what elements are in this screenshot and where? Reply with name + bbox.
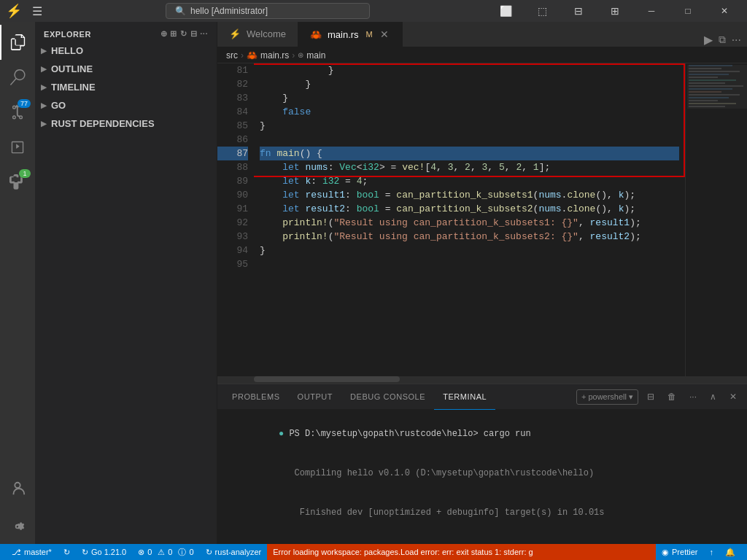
info-count: 0 xyxy=(189,548,193,556)
new-terminal-btn[interactable]: + powershell ▾ xyxy=(576,389,638,405)
panel-tab-problems[interactable]: PROBLEMS xyxy=(223,384,289,410)
breadcrumb-mainrs[interactable]: main.rs xyxy=(260,50,289,61)
layout-btn-2[interactable]: ⬚ xyxy=(525,0,559,22)
tab-mainrs[interactable]: 🦀 main.rs M ✕ xyxy=(298,22,403,47)
activity-explorer[interactable] xyxy=(0,25,35,60)
sidebar-section-hello[interactable]: ▶ HELLO xyxy=(35,42,217,60)
errors-item[interactable]: ⊗ 0 ⚠ 0 ⓘ 0 xyxy=(132,544,199,560)
breadcrumb-src[interactable]: src xyxy=(226,50,238,61)
sidebar-section-rust-deps[interactable]: ▶ RUST DEPENDENCIES xyxy=(35,114,217,133)
code-line-93[interactable]: println!("Result using can_partition_k_s… xyxy=(260,230,679,244)
minimize-button[interactable]: ─ xyxy=(635,0,668,22)
collapse-icon[interactable]: ⊟ xyxy=(190,29,198,39)
activity-search[interactable] xyxy=(0,60,35,95)
panel-actions: + powershell ▾ ⊟ 🗑 ··· ∧ ✕ xyxy=(576,389,741,405)
code-line-86[interactable] xyxy=(260,133,679,147)
upload-icon-item[interactable]: ↑ xyxy=(704,544,720,560)
layout-btn-4[interactable]: ⊞ xyxy=(598,0,632,22)
code-line-92[interactable]: println!("Result using can_partition_k_s… xyxy=(260,216,679,230)
arrow-icon-go: ▶ xyxy=(41,101,47,109)
panel-close-btn[interactable]: ✕ xyxy=(725,389,741,404)
h-scrollbar-thumb[interactable] xyxy=(254,376,400,382)
ln-90: 90 xyxy=(217,188,248,202)
more-icon[interactable]: ··· xyxy=(200,29,208,39)
layout-btn-1[interactable]: ⬜ xyxy=(489,0,522,22)
sidebar-section-outline[interactable]: ▶ OUTLINE xyxy=(35,60,217,78)
run-icon[interactable]: ▶ xyxy=(704,33,713,47)
sidebar-item-hello[interactable]: ▶ HELLO xyxy=(35,43,217,58)
title-search[interactable]: 🔍 hello [Administrator] xyxy=(166,3,370,19)
sidebar-item-outline[interactable]: ▶ OUTLINE xyxy=(35,61,217,77)
close-button[interactable]: ✕ xyxy=(708,0,741,22)
activity-extensions[interactable]: 1 xyxy=(0,165,35,200)
layout-btn-3[interactable]: ⊟ xyxy=(562,0,595,22)
dropdown-icon[interactable]: ▾ xyxy=(629,392,633,402)
error-message-item[interactable]: Error loading workspace: packages.Load e… xyxy=(267,544,656,560)
activity-accounts[interactable] xyxy=(0,471,35,506)
split-terminal-btn[interactable]: ⊟ xyxy=(643,389,659,404)
code-editor[interactable]: Run | Debug } } } false } fn main() { le… xyxy=(254,63,685,376)
more-panel-btn[interactable]: ··· xyxy=(685,389,701,404)
sidebar-item-go[interactable]: ▶ GO xyxy=(35,98,217,113)
kill-terminal-btn[interactable]: 🗑 xyxy=(663,389,681,404)
code-line-90[interactable]: let result1: bool = can_partition_k_subs… xyxy=(260,188,679,202)
h-scrollbar[interactable] xyxy=(217,376,747,384)
ln-88: 88 xyxy=(217,160,248,174)
activity-settings[interactable] xyxy=(0,509,35,544)
split-editor-icon[interactable]: ⧉ xyxy=(719,34,726,46)
sidebar-actions[interactable]: ⊕ ⊞ ↻ ⊟ ··· xyxy=(160,29,208,39)
code-line-81[interactable]: } xyxy=(260,63,679,77)
sync-item[interactable]: ↻ xyxy=(58,544,76,560)
plus-icon: + xyxy=(581,392,586,401)
sidebar-item-timeline[interactable]: ▶ TIMELINE xyxy=(35,79,217,95)
sidebar-item-rust-deps[interactable]: ▶ RUST DEPENDENCIES xyxy=(35,116,217,131)
panel: PROBLEMS OUTPUT DEBUG CONSOLE TERMINAL +… xyxy=(217,384,747,544)
rust-analyzer-item[interactable]: ↻ rust-analyzer xyxy=(200,544,268,560)
git-branch-item[interactable]: ⎇ master* xyxy=(6,544,58,560)
code-line-85[interactable]: } xyxy=(260,119,679,133)
close-tab-button[interactable]: ✕ xyxy=(379,28,390,40)
search-icon: 🔍 xyxy=(175,6,186,16)
breadcrumb-main-icon: ⊛ xyxy=(298,51,303,59)
activity-run[interactable] xyxy=(0,130,35,165)
go-version-item[interactable]: ↻ Go 1.21.0 xyxy=(76,544,132,560)
errors-count: 0 xyxy=(147,548,152,556)
code-line-95[interactable] xyxy=(260,257,679,271)
editor-inner: 81 82 83 84 85 86 87 88 89 90 91 92 93 9… xyxy=(217,63,747,376)
prettier-item[interactable]: ◉ Prettier xyxy=(656,544,703,560)
code-line-82[interactable]: } xyxy=(260,77,679,91)
sidebar-section-go[interactable]: ▶ GO xyxy=(35,96,217,114)
activity-source-control[interactable]: 77 xyxy=(0,95,35,130)
more-editor-icon[interactable]: ··· xyxy=(732,34,741,47)
new-folder-icon[interactable]: ⊞ xyxy=(170,29,177,39)
new-file-icon[interactable]: ⊕ xyxy=(160,29,168,39)
terminal-name: powershell xyxy=(588,392,627,401)
breadcrumb-main-fn[interactable]: main xyxy=(306,50,325,61)
terminal-content[interactable]: ● PS D:\mysetup\gopath\rustcode\hello> c… xyxy=(217,410,747,544)
run-debug-link[interactable]: Run | Debug xyxy=(260,63,313,65)
notification-icon-item[interactable]: 🔔 xyxy=(719,544,741,560)
panel-tab-debug-console[interactable]: DEBUG CONSOLE xyxy=(341,384,434,410)
code-line-94[interactable]: } xyxy=(260,244,679,257)
code-line-84[interactable]: false xyxy=(260,105,679,119)
code-line-87[interactable]: fn main() { xyxy=(260,147,679,160)
maximize-button[interactable]: □ xyxy=(671,0,705,22)
panel-tab-terminal[interactable]: TERMINAL xyxy=(434,384,495,410)
tab-bar: ⚡ Welcome 🦀 main.rs M ✕ ▶ ⧉ ··· xyxy=(217,22,747,47)
refresh-icon[interactable]: ↻ xyxy=(180,29,187,39)
minimap-visual xyxy=(686,63,747,376)
menu-button[interactable]: ☰ xyxy=(28,3,47,20)
ln-82: 82 xyxy=(217,77,248,91)
code-line-88[interactable]: let nums: Vec<i32> = vec![4, 3, 2, 3, 5,… xyxy=(260,160,679,174)
sidebar-section-timeline[interactable]: ▶ TIMELINE xyxy=(35,78,217,96)
code-line-83[interactable]: } xyxy=(260,91,679,105)
code-line-89[interactable]: let k: i32 = 4; xyxy=(260,174,679,188)
tab-welcome[interactable]: ⚡ Welcome xyxy=(217,22,298,47)
sidebar-label-rust-deps: RUST DEPENDENCIES xyxy=(51,118,155,129)
ln-92: 92 xyxy=(217,216,248,230)
code-line-91[interactable]: let result2: bool = can_partition_k_subs… xyxy=(260,202,679,216)
panel-chevron-btn[interactable]: ∧ xyxy=(705,389,721,404)
panel-tab-output[interactable]: OUTPUT xyxy=(289,384,342,410)
titlebar-drag: 🔍 hello [Administrator] xyxy=(53,3,483,19)
git-icon: ⎇ xyxy=(12,548,21,557)
